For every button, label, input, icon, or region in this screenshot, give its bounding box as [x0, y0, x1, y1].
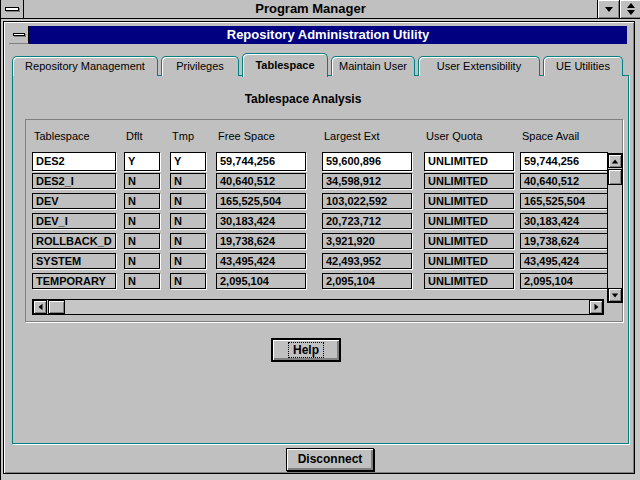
restore-up-icon [627, 3, 635, 8]
scroll-left-button[interactable] [33, 300, 47, 314]
minimize-icon [605, 7, 613, 12]
table-cell[interactable]: 43,495,424 [216, 253, 306, 269]
scroll-up-button[interactable] [608, 154, 622, 168]
table-cell[interactable]: UNLIMITED [424, 273, 514, 289]
table-cell[interactable]: 3,921,920 [322, 233, 412, 249]
restore-button[interactable] [619, 0, 640, 18]
table-cell[interactable]: 19,738,624 [520, 233, 608, 249]
app-titlebar: Repository Administration Utility [9, 26, 627, 44]
table-cell[interactable]: 40,640,512 [520, 173, 608, 189]
column-header-dflt: Dflt [126, 130, 143, 142]
table-cell[interactable]: N [170, 273, 206, 289]
table-cell[interactable]: N [124, 173, 160, 189]
vertical-scroll-thumb[interactable] [608, 169, 622, 185]
table-cell[interactable]: 2,095,104 [322, 273, 412, 289]
system-menu-icon [5, 7, 19, 11]
table-cell[interactable]: 103,022,592 [322, 193, 412, 209]
tab-ue-utilities[interactable]: UE Utilities [543, 56, 623, 76]
disconnect-button[interactable]: Disconnect [286, 448, 374, 471]
vertical-scrollbar[interactable] [607, 153, 623, 303]
page-title: Tablespace Analysis [23, 92, 583, 106]
table-cell[interactable]: N [124, 273, 160, 289]
table-cell[interactable]: 30,183,424 [520, 213, 608, 229]
column-header-tmp: Tmp [172, 130, 194, 142]
table-cell[interactable]: DEV [32, 193, 116, 209]
table-cell[interactable]: ROLLBACK_D [32, 233, 116, 249]
table-cell[interactable]: N [170, 193, 206, 209]
tab-strip: Repository ManagementPrivilegesTablespac… [12, 53, 623, 76]
table-cell[interactable]: UNLIMITED [424, 233, 514, 249]
minimize-button[interactable] [597, 0, 619, 18]
table-cell[interactable]: 59,744,256 [216, 152, 306, 171]
table-cell[interactable]: 2,095,104 [520, 273, 608, 289]
scroll-up-icon [612, 159, 618, 163]
table-cell[interactable]: SYSTEM [32, 253, 116, 269]
tab-tablespace[interactable]: Tablespace [242, 53, 328, 77]
column-header-free-space: Free Space [218, 130, 275, 142]
table-cell[interactable]: 165,525,504 [520, 193, 608, 209]
table-cell[interactable]: N [124, 233, 160, 249]
help-button-label: Help [288, 342, 324, 358]
help-button[interactable]: Help [271, 338, 341, 362]
table-cell[interactable]: 59,744,256 [520, 152, 608, 171]
scroll-left-icon [38, 304, 42, 310]
tab-user-extensibility[interactable]: User Extensibility [418, 56, 540, 76]
table-cell[interactable]: 59,600,896 [322, 152, 412, 171]
table-cell[interactable]: DES2 [32, 152, 116, 171]
column-header-largest-ext: Largest Ext [324, 130, 380, 142]
table-cell[interactable]: N [124, 253, 160, 269]
table-cell[interactable]: N [170, 213, 206, 229]
table-cell[interactable]: 34,598,912 [322, 173, 412, 189]
tablespace-table-frame: TablespaceDfltTmpFree SpaceLargest ExtUs… [25, 119, 623, 322]
app-system-menu-button[interactable] [9, 26, 29, 44]
tab-privileges[interactable]: Privileges [161, 56, 239, 76]
horizontal-scrollbar[interactable] [32, 299, 604, 315]
table-cell[interactable]: UNLIMITED [424, 193, 514, 209]
program-manager-title: Program Manager [24, 0, 597, 18]
table-cell[interactable]: N [124, 193, 160, 209]
table-cell[interactable]: 19,738,624 [216, 233, 306, 249]
table-cell[interactable]: 42,493,952 [322, 253, 412, 269]
table-cell[interactable]: 40,640,512 [216, 173, 306, 189]
desktop: Program Manager Repository Administratio… [0, 0, 640, 480]
tab-maintain-user[interactable]: Maintain User [331, 56, 415, 76]
scroll-down-icon [612, 293, 618, 297]
scroll-down-button[interactable] [608, 288, 622, 302]
scroll-right-icon [594, 304, 598, 310]
table-cell[interactable]: 30,183,424 [216, 213, 306, 229]
column-header-user-quota: User Quota [426, 130, 482, 142]
table-cell[interactable]: UNLIMITED [424, 253, 514, 269]
table-cell[interactable]: 20,723,712 [322, 213, 412, 229]
table-cell[interactable]: 43,495,424 [520, 253, 608, 269]
table-cell[interactable]: UNLIMITED [424, 173, 514, 189]
program-manager-titlebar: Program Manager [1, 0, 640, 19]
restore-down-icon [627, 10, 635, 15]
app-title: Repository Administration Utility [29, 26, 627, 44]
table-cell[interactable]: UNLIMITED [424, 213, 514, 229]
horizontal-scroll-thumb[interactable] [48, 300, 65, 314]
table-cell[interactable]: TEMPORARY [32, 273, 116, 289]
table-cell[interactable]: DEV_I [32, 213, 116, 229]
tab-page-tablespace: Tablespace Analysis TablespaceDfltTmpFre… [12, 75, 629, 444]
table-cell[interactable]: N [170, 233, 206, 249]
column-header-tablespace: Tablespace [34, 130, 90, 142]
tab-repository-management[interactable]: Repository Management [12, 56, 158, 76]
app-system-menu-icon [13, 33, 25, 36]
table-cell[interactable]: 2,095,104 [216, 273, 306, 289]
repository-admin-window: Repository Administration Utility Reposi… [3, 21, 635, 474]
table-cell[interactable]: DES2_I [32, 173, 116, 189]
table-cell[interactable]: N [124, 213, 160, 229]
table-cell[interactable]: N [170, 173, 206, 189]
system-menu-button[interactable] [1, 0, 24, 18]
table-cell[interactable]: UNLIMITED [424, 152, 514, 171]
table-cell[interactable]: 165,525,504 [216, 193, 306, 209]
table-cell[interactable]: Y [170, 152, 206, 171]
table-cell[interactable]: Y [124, 152, 160, 171]
scroll-right-button[interactable] [589, 300, 603, 314]
column-header-space-avail: Space Avail [522, 130, 579, 142]
table-cell[interactable]: N [170, 253, 206, 269]
